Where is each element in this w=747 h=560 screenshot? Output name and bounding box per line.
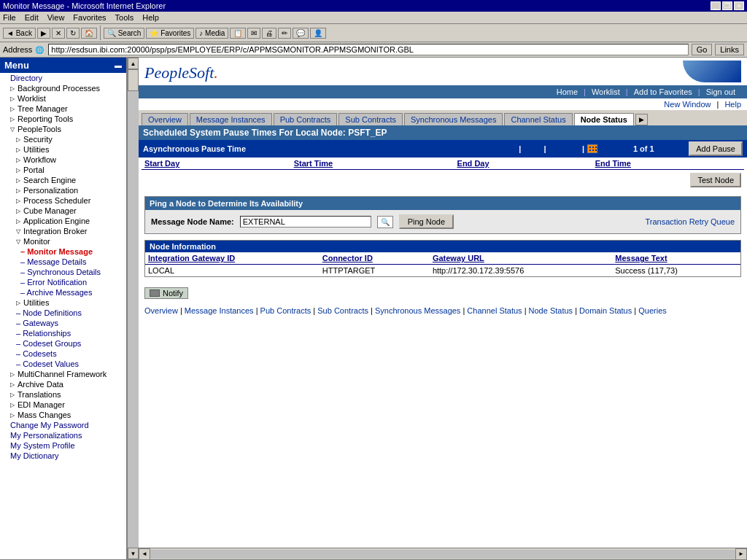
- sidebar-item-security[interactable]: ▷Security: [0, 134, 126, 144]
- tab-overview[interactable]: Overview: [142, 113, 188, 125]
- find-link[interactable]: Find: [524, 144, 541, 153]
- menu-tools[interactable]: Tools: [115, 13, 134, 22]
- tab-pub-contracts[interactable]: Pub Contracts: [274, 113, 338, 125]
- tab-channel-status[interactable]: Channel Status: [504, 113, 572, 125]
- sidebar-item-archive[interactable]: – Archive Messages: [0, 287, 126, 298]
- sidebar-item-gateways[interactable]: – Gateways: [0, 318, 126, 328]
- sidebar-item-msgdetails[interactable]: – Message Details: [0, 257, 126, 267]
- notify-btn[interactable]: Notify: [144, 287, 188, 299]
- first-label[interactable]: First: [602, 144, 619, 153]
- address-input[interactable]: [48, 44, 688, 55]
- menu-view[interactable]: View: [47, 13, 65, 22]
- tab-more-arrow[interactable]: ▶: [635, 114, 648, 125]
- nav-worklist[interactable]: Worklist: [586, 87, 626, 97]
- sidebar-item-multichannel[interactable]: ▷MultiChannel Framework: [0, 369, 126, 379]
- forward-btn[interactable]: ▶: [37, 28, 50, 39]
- customize-link[interactable]: Customize: [476, 144, 516, 153]
- sidebar-item-codesets[interactable]: – Codesets: [0, 349, 126, 359]
- sidebar-item-background[interactable]: ▷Background Processes: [0, 83, 126, 93]
- sidebar-item-appengine[interactable]: ▷Application Engine: [0, 216, 126, 226]
- footer-overview[interactable]: Overview: [144, 306, 178, 315]
- sidebar-item-mass[interactable]: ▷Mass Changes: [0, 410, 126, 420]
- sidebar-item-tree[interactable]: ▷Tree Manager: [0, 104, 126, 114]
- footer-msg-instances[interactable]: Message Instances: [185, 306, 254, 315]
- footer-sub-contracts[interactable]: Sub Contracts: [317, 306, 368, 315]
- tab-synchronous[interactable]: Synchronous Messages: [404, 113, 503, 125]
- transaction-retry-link[interactable]: Transaction Retry Queue: [646, 217, 735, 226]
- menu-file[interactable]: File: [3, 13, 16, 22]
- sidebar-item-monitormsg[interactable]: – Monitor Message: [0, 246, 126, 257]
- nav-add-favorites[interactable]: Add to Favorites: [628, 87, 698, 97]
- sidebar-item-password[interactable]: Change My Password: [0, 420, 126, 430]
- sidebar-item-codesetvalues[interactable]: – Codeset Values: [0, 359, 126, 369]
- last-label[interactable]: Last: [668, 144, 685, 153]
- media-tb-btn[interactable]: ♪ Media: [196, 28, 228, 39]
- horiz-scroll-right-btn[interactable]: ►: [735, 548, 747, 560]
- go-button[interactable]: Go: [692, 44, 713, 55]
- footer-synchronous[interactable]: Synchronous Messages: [375, 306, 460, 315]
- node-search-btn[interactable]: 🔍: [377, 216, 393, 228]
- sidebar-item-codesetgroups[interactable]: – Codeset Groups: [0, 338, 126, 349]
- window-controls[interactable]: _ ❐ ×: [711, 1, 744, 10]
- sidebar-item-integration[interactable]: ▽Integration Broker: [0, 226, 126, 236]
- grid-view-icon[interactable]: [587, 144, 597, 153]
- sidebar-item-archivedata[interactable]: ▷Archive Data: [0, 379, 126, 389]
- sidebar-item-directory[interactable]: Directory: [0, 73, 126, 83]
- restore-btn[interactable]: ❐: [722, 1, 732, 10]
- new-window-link[interactable]: New Window: [664, 100, 711, 109]
- nav-sign-out[interactable]: Sign out: [700, 87, 741, 97]
- sidebar-item-search[interactable]: ▷Search Engine: [0, 175, 126, 185]
- help-link[interactable]: Help: [724, 100, 741, 109]
- menu-edit[interactable]: Edit: [25, 13, 39, 22]
- sidebar-item-nodedef[interactable]: – Node Definitions: [0, 308, 126, 318]
- nav-home[interactable]: Home: [551, 87, 584, 97]
- ping-node-btn[interactable]: Ping Node: [399, 214, 454, 229]
- sidebar-item-worklist[interactable]: ▷Worklist: [0, 93, 126, 104]
- sidebar-collapse-icon[interactable]: ▬: [115, 61, 122, 69]
- edit-tb-btn[interactable]: ✏: [278, 28, 291, 39]
- footer-node-status[interactable]: Node Status: [529, 306, 573, 315]
- tab-sub-contracts[interactable]: Sub Contracts: [338, 113, 403, 125]
- footer-domain-status[interactable]: Domain Status: [579, 306, 632, 315]
- sidebar-item-utilities[interactable]: ▷Utilities: [0, 144, 126, 155]
- horiz-scroll-left-btn[interactable]: ◄: [139, 548, 150, 560]
- home-btn[interactable]: 🏠: [81, 28, 97, 39]
- next-btn[interactable]: ►: [657, 144, 665, 153]
- test-node-btn[interactable]: Test Node: [690, 173, 741, 187]
- prev-btn[interactable]: ◄: [622, 144, 630, 153]
- history-tb-btn[interactable]: 📋: [230, 28, 246, 39]
- messenger-btn[interactable]: 👤: [310, 28, 326, 39]
- sidebar-item-myprofile[interactable]: My System Profile: [0, 440, 126, 451]
- sidebar-item-translations[interactable]: ▷Translations: [0, 389, 126, 400]
- sidebar-item-cube[interactable]: ▷Cube Manager: [0, 206, 126, 216]
- sidebar-item-process[interactable]: ▷Process Scheduler: [0, 195, 126, 206]
- sidebar-item-reporting[interactable]: ▷Reporting Tools: [0, 114, 126, 124]
- horiz-scroll-track[interactable]: [150, 550, 735, 559]
- sidebar-item-portal[interactable]: ▷Portal: [0, 165, 126, 175]
- close-btn[interactable]: ×: [734, 1, 744, 10]
- print-btn[interactable]: 🖨: [262, 28, 276, 39]
- sidebar-item-monitor[interactable]: ▽Monitor: [0, 236, 126, 246]
- node-name-input[interactable]: [240, 216, 371, 228]
- add-pause-btn[interactable]: Add Pause: [689, 141, 743, 156]
- sidebar-item-mypersonal[interactable]: My Personalizations: [0, 430, 126, 440]
- sidebar-item-mydict[interactable]: My Dictionary: [0, 451, 126, 461]
- sidebar-item-relationships[interactable]: – Relationships: [0, 328, 126, 338]
- sidebar-item-utilities2[interactable]: ▷Utilities: [0, 298, 126, 308]
- sidebar-item-peopletools[interactable]: ▽PeopleTools: [0, 124, 126, 134]
- footer-pub-contracts[interactable]: Pub Contracts: [260, 306, 311, 315]
- stop-btn[interactable]: ✕: [52, 28, 65, 39]
- discuss-btn[interactable]: 💬: [293, 28, 309, 39]
- sidebar-item-errornotif[interactable]: – Error Notification: [0, 277, 126, 287]
- back-btn[interactable]: ◄ Back: [3, 28, 36, 39]
- mail-btn[interactable]: ✉: [247, 28, 260, 39]
- favorites-tb-btn[interactable]: ⭐ Favorites: [146, 28, 194, 39]
- search-tb-btn[interactable]: 🔍 Search: [104, 28, 144, 39]
- tab-message-instances[interactable]: Message Instances: [190, 113, 272, 125]
- menu-help[interactable]: Help: [142, 13, 159, 22]
- sidebar-item-personalization[interactable]: ▷Personalization: [0, 185, 126, 195]
- footer-channel-status[interactable]: Channel Status: [467, 306, 522, 315]
- sidebar-scroll-up[interactable]: ▲: [128, 58, 139, 69]
- refresh-btn[interactable]: ↻: [66, 28, 80, 39]
- footer-queries[interactable]: Queries: [638, 306, 667, 315]
